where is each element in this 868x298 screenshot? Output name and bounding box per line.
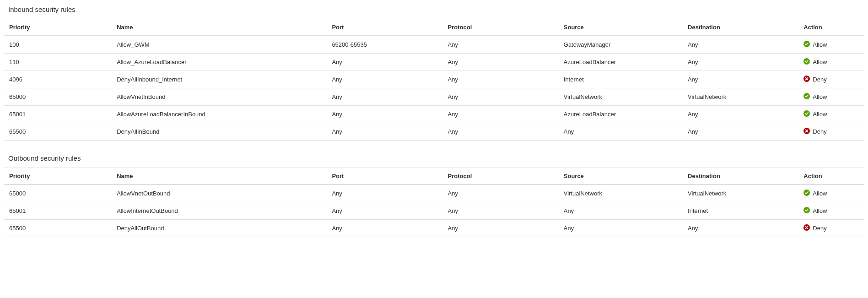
cell-protocol: Any <box>442 54 558 71</box>
cell-port: Any <box>326 202 442 220</box>
allow-icon <box>803 58 810 66</box>
header-action[interactable]: Action <box>798 19 864 36</box>
cell-priority: 65001 <box>4 106 111 123</box>
cell-priority: 65000 <box>4 88 111 106</box>
cell-name: DenyAllInbound_Internet <box>111 71 326 88</box>
cell-priority: 65000 <box>4 184 111 202</box>
cell-name: Allow_GWM <box>111 36 326 54</box>
cell-destination: VirtualNetwork <box>682 88 798 106</box>
cell-priority: 110 <box>4 54 111 71</box>
table-row[interactable]: 110Allow_AzureLoadBalancerAnyAnyAzureLoa… <box>4 54 864 71</box>
deny-icon <box>803 128 810 135</box>
outbound-rules-section: Outbound security rules Priority Name Po… <box>4 154 864 237</box>
cell-protocol: Any <box>442 202 558 220</box>
cell-source: VirtualNetwork <box>558 88 682 106</box>
table-row[interactable]: 65001AllowAzureLoadBalancerInBoundAnyAny… <box>4 106 864 123</box>
cell-destination: Internet <box>682 202 798 220</box>
action-label: Allow <box>813 190 827 197</box>
cell-protocol: Any <box>442 123 558 141</box>
cell-name: AllowInternetOutBound <box>111 202 326 220</box>
cell-priority: 65500 <box>4 123 111 141</box>
cell-name: AllowAzureLoadBalancerInBound <box>111 106 326 123</box>
header-name[interactable]: Name <box>111 168 326 185</box>
cell-port: Any <box>326 71 442 88</box>
header-destination[interactable]: Destination <box>682 168 798 185</box>
header-action[interactable]: Action <box>798 168 864 185</box>
cell-destination: Any <box>682 220 798 237</box>
action-label: Deny <box>813 225 826 232</box>
header-protocol[interactable]: Protocol <box>442 168 558 185</box>
allow-icon <box>803 93 810 101</box>
table-row[interactable]: 65500DenyAllInBoundAnyAnyAnyAnyDeny <box>4 123 864 141</box>
cell-priority: 65001 <box>4 202 111 220</box>
table-row[interactable]: 65000AllowVnetOutBoundAnyAnyVirtualNetwo… <box>4 184 864 202</box>
cell-protocol: Any <box>442 71 558 88</box>
cell-port: Any <box>326 220 442 237</box>
header-port[interactable]: Port <box>326 168 442 185</box>
cell-action: Deny <box>798 71 864 88</box>
cell-source: AzureLoadBalancer <box>558 54 682 71</box>
svg-point-4 <box>803 110 810 117</box>
action-label: Allow <box>813 207 827 214</box>
cell-source: Any <box>558 123 682 141</box>
svg-point-3 <box>803 93 810 99</box>
table-row[interactable]: 100Allow_GWM65200-65535AnyGatewayManager… <box>4 36 864 54</box>
allow-icon <box>803 207 810 215</box>
cell-protocol: Any <box>442 88 558 106</box>
table-row[interactable]: 65500DenyAllOutBoundAnyAnyAnyAnyDeny <box>4 220 864 237</box>
cell-port: Any <box>326 88 442 106</box>
cell-port: 65200-65535 <box>326 36 442 54</box>
cell-source: AzureLoadBalancer <box>558 106 682 123</box>
cell-protocol: Any <box>442 184 558 202</box>
cell-port: Any <box>326 123 442 141</box>
cell-protocol: Any <box>442 36 558 54</box>
table-header-row: Priority Name Port Protocol Source Desti… <box>4 168 864 185</box>
header-protocol[interactable]: Protocol <box>442 19 558 36</box>
allow-icon <box>803 190 810 197</box>
action-label: Deny <box>813 76 826 83</box>
cell-priority: 4096 <box>4 71 111 88</box>
cell-destination: Any <box>682 106 798 123</box>
svg-point-1 <box>803 58 810 65</box>
deny-icon <box>803 224 810 232</box>
header-priority[interactable]: Priority <box>4 168 111 185</box>
allow-icon <box>803 41 810 49</box>
header-destination[interactable]: Destination <box>682 19 798 36</box>
header-name[interactable]: Name <box>111 19 326 36</box>
header-source[interactable]: Source <box>558 168 682 185</box>
action-label: Allow <box>813 93 827 100</box>
action-label: Allow <box>813 41 827 48</box>
cell-destination: Any <box>682 71 798 88</box>
cell-port: Any <box>326 54 442 71</box>
cell-name: Allow_AzureLoadBalancer <box>111 54 326 71</box>
cell-port: Any <box>326 184 442 202</box>
cell-source: GatewayManager <box>558 36 682 54</box>
inbound-rules-table: Priority Name Port Protocol Source Desti… <box>4 19 864 141</box>
cell-name: AllowVnetOutBound <box>111 184 326 202</box>
cell-action: Allow <box>798 54 864 71</box>
cell-action: Deny <box>798 220 864 237</box>
svg-point-0 <box>803 41 810 47</box>
cell-action: Deny <box>798 123 864 141</box>
action-label: Deny <box>813 128 826 135</box>
action-label: Allow <box>813 111 827 118</box>
header-port[interactable]: Port <box>326 19 442 36</box>
cell-priority: 65500 <box>4 220 111 237</box>
table-row[interactable]: 4096DenyAllInbound_InternetAnyAnyInterne… <box>4 71 864 88</box>
table-row[interactable]: 65000AllowVnetInBoundAnyAnyVirtualNetwor… <box>4 88 864 106</box>
cell-source: VirtualNetwork <box>558 184 682 202</box>
table-header-row: Priority Name Port Protocol Source Desti… <box>4 19 864 36</box>
cell-protocol: Any <box>442 106 558 123</box>
header-source[interactable]: Source <box>558 19 682 36</box>
cell-source: Any <box>558 202 682 220</box>
svg-point-6 <box>803 190 810 196</box>
table-row[interactable]: 65001AllowInternetOutBoundAnyAnyAnyInter… <box>4 202 864 220</box>
deny-icon <box>803 76 810 83</box>
action-label: Allow <box>813 59 827 65</box>
outbound-title: Outbound security rules <box>8 154 864 162</box>
allow-icon <box>803 110 810 118</box>
cell-name: AllowVnetInBound <box>111 88 326 106</box>
header-priority[interactable]: Priority <box>4 19 111 36</box>
cell-source: Internet <box>558 71 682 88</box>
cell-name: DenyAllOutBound <box>111 220 326 237</box>
